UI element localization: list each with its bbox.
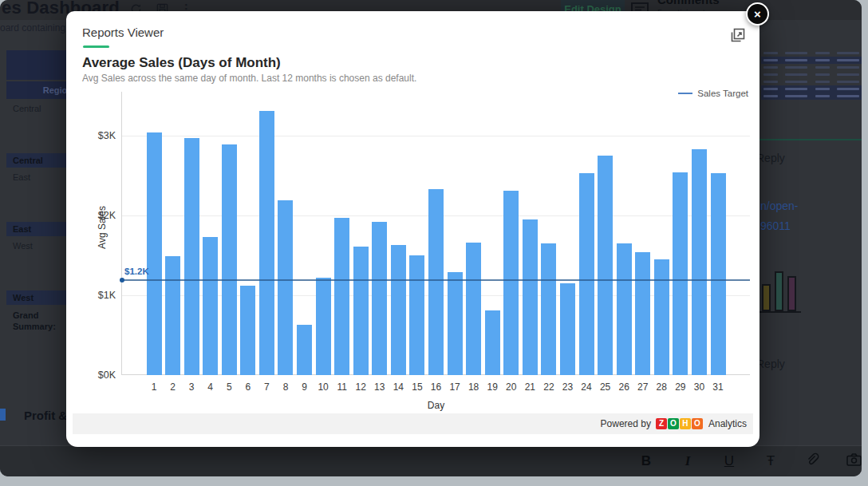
stats-cell: [815, 59, 830, 61]
modal-title-underline: [83, 45, 109, 48]
bar-day-2[interactable]: [165, 256, 180, 375]
bar-day-5[interactable]: [222, 144, 237, 375]
widget-accent-chip: [0, 409, 6, 421]
thumbnail-bar: [762, 284, 771, 311]
open-in-new-window-icon[interactable]: [729, 26, 747, 44]
bold-icon[interactable]: B: [638, 453, 654, 469]
bar-day-3[interactable]: [184, 138, 199, 375]
app-window: Comments 5 participants es Dashboard oar…: [0, 0, 862, 476]
dashboard-description: oard containing: [0, 22, 65, 34]
stats-cell: [837, 95, 859, 97]
x-axis-title: Day: [428, 400, 444, 411]
stats-row: [761, 93, 862, 100]
stats-table: [761, 49, 862, 100]
zoho-letter-tile: H: [680, 418, 691, 429]
bar-day-11[interactable]: [334, 218, 349, 375]
x-axis-tick: 1: [152, 381, 157, 393]
x-axis-tick: 7: [264, 381, 270, 393]
chart-subtitle: Avg Sales across the same day of month. …: [82, 73, 416, 84]
stats-cell: [837, 73, 859, 76]
stats-cell: [763, 88, 778, 90]
bar-day-6[interactable]: [240, 286, 255, 375]
bar-day-9[interactable]: [297, 325, 312, 375]
reply-link[interactable]: Reply: [756, 358, 785, 370]
zoho-letter-tile: O: [692, 418, 703, 429]
stats-cell: [763, 52, 778, 54]
stats-cell: [785, 88, 807, 90]
comment-url-line1[interactable]: n/open-: [760, 200, 798, 212]
italic-icon[interactable]: I: [680, 453, 696, 469]
bar-day-16[interactable]: [428, 189, 444, 375]
x-axis-tick: 19: [487, 381, 498, 393]
x-axis-tick: 8: [283, 381, 289, 393]
modal-title: Reports Viewer: [82, 26, 164, 39]
x-axis-tick: 30: [694, 381, 704, 393]
bar-day-12[interactable]: [353, 247, 369, 375]
x-axis-tick: 4: [207, 381, 213, 393]
bar-day-21[interactable]: [523, 219, 538, 375]
x-axis-tick: 16: [431, 381, 441, 393]
bar-day-8[interactable]: [278, 200, 293, 375]
bar-day-10[interactable]: [316, 278, 331, 375]
x-axis-tick: 28: [657, 381, 667, 393]
bar-day-7[interactable]: [259, 111, 274, 375]
x-axis-tick: 2: [170, 381, 176, 393]
camera-icon[interactable]: [846, 453, 862, 470]
x-axis-tick: 18: [468, 381, 479, 393]
stats-cell: [763, 95, 778, 97]
stats-cell: [785, 95, 807, 97]
bar-day-23[interactable]: [560, 283, 575, 375]
bar-day-24[interactable]: [579, 173, 594, 375]
stats-cell: [763, 73, 778, 76]
bar-day-25[interactable]: [598, 156, 613, 375]
x-axis-tick: 26: [618, 381, 629, 393]
sales-target-value-label: $1.2K: [124, 267, 149, 276]
bar-day-30[interactable]: [692, 149, 707, 375]
bar-day-27[interactable]: [635, 252, 650, 375]
comment-format-toolbar: BIUŦ: [0, 445, 862, 476]
bar-day-22[interactable]: [541, 243, 556, 375]
bar-day-14[interactable]: [391, 245, 406, 375]
stats-cell: [815, 73, 830, 76]
bar-day-13[interactable]: [372, 222, 387, 375]
stats-cell: [837, 88, 859, 90]
comment-divider: [760, 139, 862, 140]
stats-cell: [785, 81, 807, 83]
stats-row: [761, 71, 862, 78]
strikethrough-icon[interactable]: Ŧ: [763, 453, 779, 469]
x-axis-tick: 20: [506, 381, 516, 393]
bar-day-19[interactable]: [485, 310, 500, 375]
reply-link[interactable]: Reply: [756, 152, 785, 164]
close-button[interactable]: ×: [746, 2, 769, 26]
bar-day-31[interactable]: [711, 173, 726, 375]
attach-icon[interactable]: [804, 452, 820, 471]
bar-day-28[interactable]: [654, 259, 669, 375]
chart-thumbnail[interactable]: [760, 263, 807, 313]
x-axis-tick: 27: [637, 381, 648, 393]
zoho-letter-tile: O: [668, 418, 679, 429]
stats-cell: [815, 81, 830, 83]
thumbnail-axis: [760, 311, 801, 313]
underline-icon[interactable]: U: [721, 453, 737, 469]
stats-cell: [837, 66, 859, 69]
stats-cell: [837, 59, 859, 61]
thumbnail-bar: [775, 271, 783, 311]
bar-day-26[interactable]: [617, 243, 632, 375]
bar-day-1[interactable]: [147, 132, 162, 375]
modal-footer: Powered by ZOHO Analytics: [73, 413, 753, 434]
profit-widget-title: Profit &: [24, 409, 67, 422]
bar-day-15[interactable]: [409, 255, 424, 375]
bar-day-20[interactable]: [503, 191, 519, 375]
x-axis-tick: 22: [543, 381, 554, 393]
comments-label: Comments: [657, 0, 720, 6]
stats-cell: [763, 66, 778, 69]
stats-cell: [815, 66, 830, 69]
bar-day-17[interactable]: [448, 272, 463, 375]
y-axis-tick: $3K: [98, 130, 116, 141]
stats-cell: [815, 88, 830, 90]
bar-day-29[interactable]: [673, 172, 688, 375]
bar-day-4[interactable]: [203, 237, 218, 375]
stats-row: [761, 85, 862, 93]
comment-url-line2[interactable]: 96011: [760, 219, 791, 232]
bar-day-18[interactable]: [466, 243, 481, 375]
